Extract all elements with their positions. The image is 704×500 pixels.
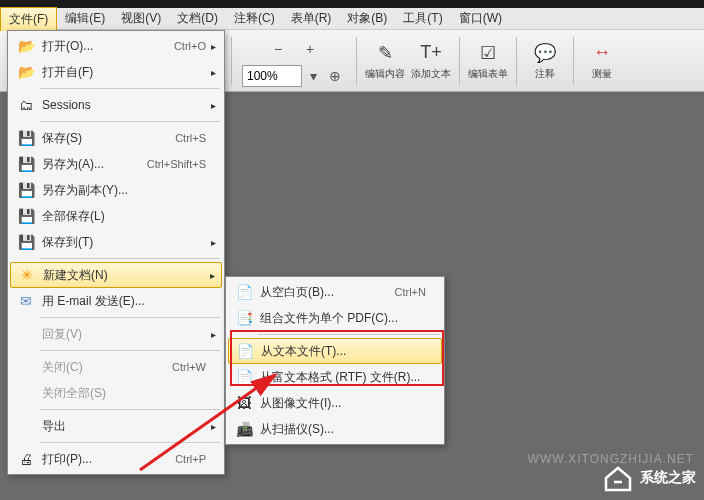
measure-button[interactable]: ↔ 测量 xyxy=(580,39,624,83)
file-menu-item-label: 新建文档(N) xyxy=(43,267,217,284)
file-menu-item-label: 回复(V) xyxy=(42,326,218,343)
file-menu-item-shortcut: Ctrl+Shift+S xyxy=(147,158,206,170)
watermark-logo: 系统之家 xyxy=(602,464,696,492)
edit-content-button[interactable]: ✎ 编辑内容 xyxy=(363,39,407,83)
submenu-item-icon: 📄 xyxy=(233,341,257,361)
separator xyxy=(573,37,574,85)
edit-form-label: 编辑表单 xyxy=(468,67,508,81)
submenu-item[interactable]: 📄从文本文件(T)... xyxy=(228,338,442,364)
file-menu-item-label: 全部保存(L) xyxy=(42,208,218,225)
file-menu-item[interactable]: 💾保存(S)Ctrl+S xyxy=(10,125,222,151)
submenu-item-label: 从文本文件(T)... xyxy=(261,343,437,360)
submenu-item-icon: 📠 xyxy=(232,419,256,439)
edit-content-label: 编辑内容 xyxy=(365,67,405,81)
file-menu-item-label: 打开自(F) xyxy=(42,64,218,81)
separator xyxy=(516,37,517,85)
file-menu-item[interactable]: 🖨打印(P)...Ctrl+P xyxy=(10,446,222,472)
separator xyxy=(231,37,232,85)
file-dropdown-menu: 📂打开(O)...Ctrl+O▸📂打开自(F)▸🗂Sessions▸💾保存(S)… xyxy=(7,30,225,475)
file-menu-item-label: 保存到(T) xyxy=(42,234,218,251)
submenu-item-icon: 📄 xyxy=(232,282,256,302)
submenu-arrow-icon: ▸ xyxy=(211,237,216,248)
file-menu-item-icon xyxy=(14,383,38,403)
submenu-item-label: 从扫描仪(S)... xyxy=(260,421,438,438)
edit-content-icon: ✎ xyxy=(373,41,397,65)
submenu-arrow-icon: ▸ xyxy=(211,329,216,340)
edit-form-icon: ☑ xyxy=(476,41,500,65)
file-menu-item: 关闭(C)Ctrl+W xyxy=(10,354,222,380)
zoom-dropdown-icon[interactable]: ▾ xyxy=(304,65,322,87)
submenu-arrow-icon: ▸ xyxy=(211,421,216,432)
zoom-in-icon[interactable]: + xyxy=(296,35,324,63)
file-menu-item-icon: 🖨 xyxy=(14,449,38,469)
file-menu-item[interactable]: 💾全部保存(L) xyxy=(10,203,222,229)
file-menu-item-icon: 📂 xyxy=(14,62,38,82)
submenu-item-label: 从富文本格式 (RTF) 文件(R)... xyxy=(260,369,438,386)
zoom-input[interactable] xyxy=(242,65,302,87)
submenu-arrow-icon: ▸ xyxy=(211,67,216,78)
add-text-label: 添加文本 xyxy=(411,67,451,81)
file-menu-item[interactable]: 📂打开自(F)▸ xyxy=(10,59,222,85)
file-menu-item-icon: ✳ xyxy=(15,265,39,285)
file-menu-item-label: 导出 xyxy=(42,418,218,435)
file-menu-item[interactable]: 💾保存到(T)▸ xyxy=(10,229,222,255)
menu-window[interactable]: 窗口(W) xyxy=(451,7,510,30)
file-menu-item[interactable]: ✳新建文档(N)▸ xyxy=(10,262,222,288)
file-menu-item-label: 打开(O)... xyxy=(42,38,174,55)
measure-label: 测量 xyxy=(592,67,612,81)
add-text-button[interactable]: T+ 添加文本 xyxy=(409,39,453,83)
menu-comment[interactable]: 注释(C) xyxy=(226,7,283,30)
submenu-item[interactable]: 📄从富文本格式 (RTF) 文件(R)... xyxy=(228,364,442,390)
menu-tools[interactable]: 工具(T) xyxy=(395,7,450,30)
submenu-arrow-icon: ▸ xyxy=(210,270,215,281)
file-menu-item-label: Sessions xyxy=(42,98,218,112)
separator xyxy=(356,37,357,85)
zoom-fit-icon[interactable]: ⊕ xyxy=(324,65,346,87)
file-menu-item[interactable]: 💾另存为(A)...Ctrl+Shift+S xyxy=(10,151,222,177)
file-menu-item[interactable]: ✉用 E-mail 发送(E)... xyxy=(10,288,222,314)
zoom-group: − + ▾ ⊕ xyxy=(238,35,350,87)
file-menu-item-icon xyxy=(14,324,38,344)
file-menu-item-icon: ✉ xyxy=(14,291,38,311)
menu-object[interactable]: 对象(B) xyxy=(339,7,395,30)
menu-edit[interactable]: 编辑(E) xyxy=(57,7,113,30)
annotate-label: 注释 xyxy=(535,67,555,81)
submenu-item[interactable]: 📄从空白页(B)...Ctrl+N xyxy=(228,279,442,305)
annotate-icon: 💬 xyxy=(533,41,557,65)
menu-view[interactable]: 视图(V) xyxy=(113,7,169,30)
file-menu-item[interactable]: 📂打开(O)...Ctrl+O▸ xyxy=(10,33,222,59)
file-menu-item-label: 保存(S) xyxy=(42,130,175,147)
edit-form-button[interactable]: ☑ 编辑表单 xyxy=(466,39,510,83)
file-menu-item-icon: 💾 xyxy=(14,154,38,174)
file-menu-item-icon xyxy=(14,357,38,377)
separator xyxy=(459,37,460,85)
submenu-item-label: 组合文件为单个 PDF(C)... xyxy=(260,310,438,327)
zoom-out-icon[interactable]: − xyxy=(264,35,292,63)
annotate-button[interactable]: 💬 注释 xyxy=(523,39,567,83)
file-menu-item-label: 关闭全部(S) xyxy=(42,385,218,402)
file-menu-item-label: 关闭(C) xyxy=(42,359,172,376)
submenu-item[interactable]: 📑组合文件为单个 PDF(C)... xyxy=(228,305,442,331)
watermark-brand: 系统之家 xyxy=(640,469,696,487)
menu-document[interactable]: 文档(D) xyxy=(169,7,226,30)
menu-form[interactable]: 表单(R) xyxy=(283,7,340,30)
submenu-arrow-icon: ▸ xyxy=(211,100,216,111)
submenu-item-icon: 🖼 xyxy=(232,393,256,413)
submenu-item-label: 从空白页(B)... xyxy=(260,284,395,301)
file-menu-item-shortcut: Ctrl+S xyxy=(175,132,206,144)
file-menu-item: 关闭全部(S) xyxy=(10,380,222,406)
menu-separator xyxy=(40,442,220,443)
file-menu-item[interactable]: 🗂Sessions▸ xyxy=(10,92,222,118)
submenu-item[interactable]: 🖼从图像文件(I)... xyxy=(228,390,442,416)
file-menu-item-shortcut: Ctrl+W xyxy=(172,361,206,373)
file-menu-item[interactable]: 导出▸ xyxy=(10,413,222,439)
file-menu-item-icon: 📂 xyxy=(14,36,38,56)
file-menu-item-label: 另存为副本(Y)... xyxy=(42,182,218,199)
file-menu-item-label: 打印(P)... xyxy=(42,451,175,468)
menu-file[interactable]: 文件(F) xyxy=(0,7,57,31)
house-icon xyxy=(602,464,634,492)
file-menu-item-icon: 💾 xyxy=(14,180,38,200)
file-menu-item-label: 用 E-mail 发送(E)... xyxy=(42,293,218,310)
submenu-item[interactable]: 📠从扫描仪(S)... xyxy=(228,416,442,442)
file-menu-item[interactable]: 💾另存为副本(Y)... xyxy=(10,177,222,203)
